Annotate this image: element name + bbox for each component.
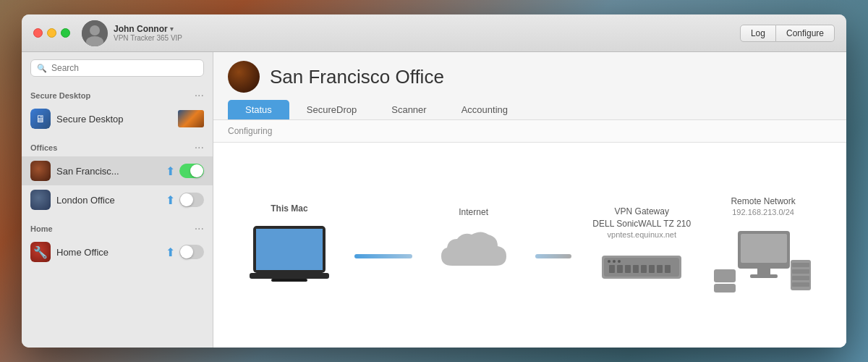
svg-rect-12 — [633, 265, 639, 273]
svg-rect-22 — [757, 269, 770, 274]
secure-desktop-thumbnail — [178, 110, 204, 127]
home-office-label: Home Office — [56, 247, 160, 258]
sidebar: 🔍 Secure Desktop ··· 🖥 Secure Desktop — [22, 52, 213, 348]
user-subtitle: VPN Tracker 365 VIP — [114, 34, 182, 42]
avatar — [82, 20, 108, 46]
switch-graphic — [598, 252, 685, 285]
log-button[interactable]: Log — [740, 25, 776, 42]
section-label-offices: Offices — [30, 143, 57, 152]
svg-rect-24 — [714, 269, 736, 282]
sidebar-item-london-office[interactable]: London Office ⬆ — [22, 185, 213, 214]
tab-securedrop[interactable]: SecureDrop — [289, 100, 374, 119]
upload-icon-london: ⬆ — [166, 193, 175, 207]
remote-network-graphic — [712, 230, 814, 295]
toggle-knob-sf — [190, 164, 203, 177]
search-input[interactable] — [51, 63, 197, 73]
svg-rect-21 — [741, 234, 787, 263]
connection-line-2 — [535, 254, 571, 258]
svg-rect-6 — [271, 279, 307, 282]
titlebar-actions: Log Configure — [740, 25, 835, 42]
status-text: Configuring — [228, 126, 272, 136]
main-title-row: San Francisco Office — [228, 61, 832, 93]
fullscreen-button[interactable] — [61, 28, 70, 38]
main-header: San Francisco Office Status SecureDrop S… — [213, 52, 846, 120]
san-francisco-label: San Francisc... — [56, 166, 160, 177]
main-content: 🔍 Secure Desktop ··· 🖥 Secure Desktop — [22, 52, 846, 348]
more-button-offices[interactable]: ··· — [195, 142, 204, 153]
secure-desktop-item-label: Secure Desktop — [56, 114, 172, 125]
titlebar: John Connor ▾ VPN Tracker 365 VIP Log Co… — [22, 14, 846, 52]
connection-line-1 — [354, 254, 412, 258]
svg-rect-25 — [714, 284, 736, 292]
chevron-down-icon: ▾ — [170, 25, 174, 33]
internet-label: Internet — [459, 206, 488, 219]
more-button-home[interactable]: ··· — [195, 223, 204, 235]
svg-point-19 — [618, 260, 621, 263]
toggle-home-office[interactable] — [179, 245, 204, 259]
svg-rect-4 — [256, 229, 323, 270]
main-connection-icon — [228, 61, 260, 93]
close-button[interactable] — [33, 28, 43, 38]
london-controls: ⬆ — [166, 193, 204, 207]
tab-accounting[interactable]: Accounting — [444, 100, 525, 119]
svg-rect-13 — [641, 265, 647, 273]
sidebar-section-offices: Offices ··· San Francisc... ⬆ — [22, 136, 213, 214]
sidebar-section-secure-desktop: Secure Desktop ··· 🖥 Secure Desktop — [22, 84, 213, 133]
user-info: John Connor ▾ VPN Tracker 365 VIP — [114, 24, 182, 42]
svg-rect-9 — [609, 265, 615, 273]
this-mac-label: This Mac — [271, 203, 307, 215]
status-area: Configuring — [213, 120, 846, 143]
san-francisco-icon — [30, 161, 51, 181]
svg-point-17 — [608, 260, 610, 263]
tab-status[interactable]: Status — [228, 100, 289, 119]
tab-bar: Status SecureDrop Scanner Accounting — [228, 100, 832, 119]
remote-network-label: Remote Network — [731, 195, 795, 208]
svg-rect-16 — [665, 265, 671, 273]
sidebar-item-secure-desktop[interactable]: 🖥 Secure Desktop — [22, 104, 213, 133]
svg-rect-10 — [617, 265, 623, 273]
search-bar[interactable]: 🔍 — [30, 59, 204, 77]
section-header-offices: Offices ··· — [22, 136, 213, 156]
toggle-knob-london — [180, 193, 193, 206]
more-button-secure-desktop[interactable]: ··· — [195, 90, 204, 101]
minimize-button[interactable] — [47, 28, 56, 38]
svg-rect-28 — [792, 269, 809, 274]
toggle-london-office[interactable] — [179, 193, 204, 207]
upload-icon-home: ⬆ — [166, 245, 175, 259]
traffic-lights — [33, 28, 70, 38]
network-diagram: This Mac Internet — [213, 143, 846, 348]
section-header-secure-desktop: Secure Desktop ··· — [22, 84, 213, 104]
home-icon: 🔧 — [30, 242, 51, 262]
toggle-san-francisco[interactable] — [179, 164, 204, 178]
vpn-gateway-label: VPN Gateway — [592, 206, 691, 218]
svg-rect-11 — [625, 265, 631, 273]
home-office-controls: ⬆ — [166, 245, 204, 259]
main-panel: San Francisco Office Status SecureDrop S… — [213, 52, 846, 348]
tab-scanner[interactable]: Scanner — [374, 100, 443, 119]
svg-point-1 — [90, 25, 100, 35]
svg-rect-14 — [649, 265, 655, 273]
node-this-mac: This Mac — [246, 203, 333, 287]
search-icon: 🔍 — [37, 64, 47, 73]
user-name[interactable]: John Connor ▾ — [114, 24, 182, 34]
configure-button[interactable]: Configure — [776, 25, 835, 42]
sidebar-item-home-office[interactable]: 🔧 Home Office ⬆ — [22, 237, 213, 266]
svg-rect-29 — [792, 276, 809, 280]
user-section: John Connor ▾ VPN Tracker 365 VIP — [82, 20, 182, 46]
remote-network-subnet: 192.168.213.0/24 — [731, 208, 795, 216]
cloud-graphic — [434, 226, 514, 284]
node-internet: Internet — [434, 206, 514, 284]
upload-icon-sf: ⬆ — [166, 164, 175, 178]
svg-rect-30 — [792, 282, 809, 287]
page-title: San Francisco Office — [270, 66, 444, 88]
svg-rect-5 — [250, 273, 329, 279]
svg-rect-23 — [750, 274, 778, 278]
london-label: London Office — [56, 195, 160, 206]
sidebar-section-home: Home ··· 🔧 Home Office ⬆ — [22, 217, 213, 266]
node-vpn-gateway: VPN Gateway DELL SonicWALL TZ 210 vpntes… — [592, 206, 691, 285]
london-icon — [30, 190, 51, 210]
node-remote-network: Remote Network 192.168.213.0/24 — [712, 195, 814, 295]
laptop-graphic — [246, 222, 333, 287]
secure-desktop-icon: 🖥 — [30, 109, 51, 129]
sidebar-item-san-francisco[interactable]: San Francisc... ⬆ — [22, 156, 213, 185]
